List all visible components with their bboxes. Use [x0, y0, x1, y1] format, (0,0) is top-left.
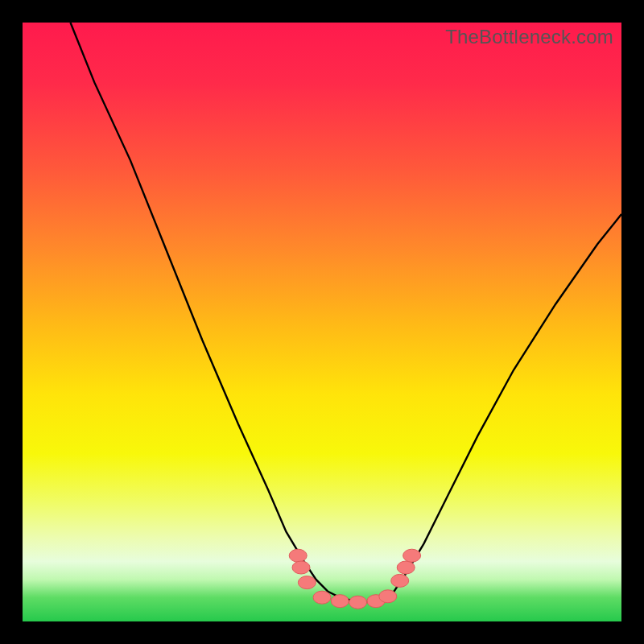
- valley-marker: [331, 595, 349, 608]
- valley-marker: [403, 549, 421, 562]
- valley-marker: [397, 561, 415, 574]
- valley-marker: [379, 590, 397, 603]
- curve-layer: [23, 23, 621, 621]
- right-curve-path: [370, 214, 622, 602]
- valley-marker: [391, 574, 409, 587]
- valley-marker: [292, 561, 310, 574]
- plot-area: TheBottleneck.com: [23, 23, 621, 621]
- chart-frame: TheBottleneck.com: [0, 0, 644, 644]
- valley-marker: [313, 591, 331, 604]
- valley-marker: [349, 596, 367, 609]
- valley-marker: [289, 549, 307, 562]
- valley-markers: [289, 549, 420, 609]
- valley-marker: [298, 576, 316, 589]
- left-curve-path: [71, 23, 370, 602]
